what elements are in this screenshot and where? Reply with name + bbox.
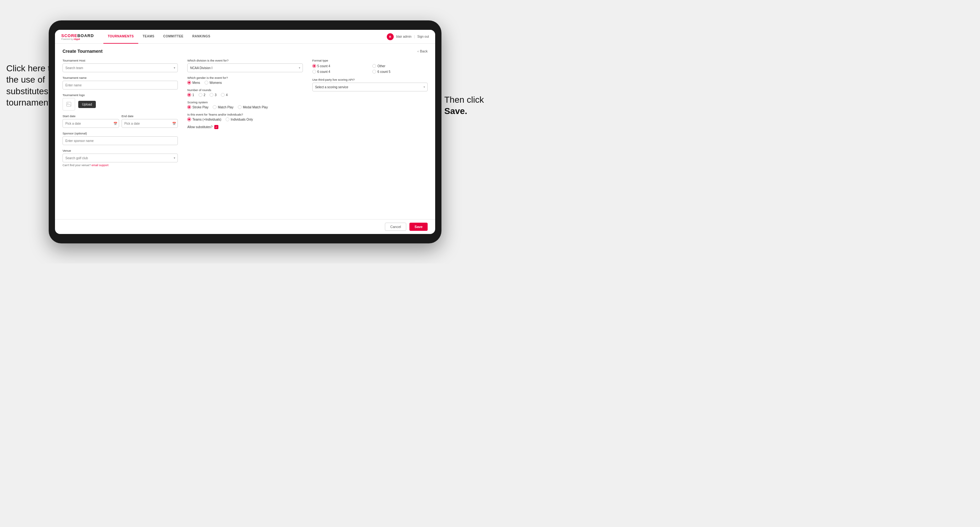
division-select[interactable]: NCAA Division I	[187, 63, 302, 72]
image-icon	[66, 102, 72, 107]
page-footer: Cancel Save	[55, 219, 435, 234]
calendar-icon-end: 📅	[172, 122, 176, 125]
email-support-link[interactable]: email support	[91, 163, 108, 167]
radio-individuals-circle	[226, 117, 229, 121]
substitutes-checkbox[interactable]: ✓	[214, 125, 218, 129]
radio-round4-circle	[221, 93, 225, 97]
substitutes-checkbox-label[interactable]: Allow substitutes? ✓	[187, 125, 302, 129]
radio-round3-circle	[210, 93, 213, 97]
avatar: B	[387, 33, 394, 40]
tournament-logo-label: Tournament logo	[62, 93, 178, 97]
round-4[interactable]: 4	[221, 93, 228, 97]
format-group: Format type 5 count 4 Other	[312, 59, 428, 73]
nav-tabs: TOURNAMENTS TEAMS COMMITTEE RANKINGS	[103, 30, 387, 44]
scoring-api-select[interactable]: Select a scoring service	[312, 83, 428, 91]
start-date-input[interactable]	[62, 119, 119, 128]
tab-teams[interactable]: TEAMS	[138, 30, 159, 44]
scoring-api-group: Use third-party live scoring API? Select…	[312, 78, 428, 91]
scoring-stroke[interactable]: Stroke Play	[187, 105, 208, 109]
gender-mens[interactable]: Mens	[187, 81, 200, 84]
svg-rect-2	[67, 102, 71, 106]
venue-group: Venue ▾ Can't find your venue? email sup…	[62, 149, 178, 167]
end-date-input[interactable]	[122, 119, 178, 128]
rounds-group: Number of rounds 1 2	[187, 88, 302, 97]
start-date-label: Start date	[62, 114, 119, 118]
format-5count4[interactable]: 5 count 4	[312, 64, 368, 68]
page-header: Create Tournament ‹ Back	[62, 49, 428, 54]
round-2[interactable]: 2	[199, 93, 205, 97]
sign-out-link[interactable]: Sign out	[417, 35, 429, 38]
nav-user: B blair admin | Sign out	[387, 33, 429, 40]
form-section-left: Tournament Host ▾ Tournament name Tourna…	[62, 59, 178, 171]
radio-stroke-circle	[187, 105, 191, 109]
event-teams[interactable]: Teams (+Individuals)	[187, 117, 221, 121]
end-date-group: End date 📅	[122, 114, 178, 128]
form-section-mid: Which division is the event for? NCAA Di…	[187, 59, 302, 171]
radio-6count4-circle	[312, 70, 316, 73]
sponsor-input[interactable]	[62, 136, 178, 145]
gender-radio-group: Mens Womens	[187, 81, 302, 84]
division-label: Which division is the event for?	[187, 59, 302, 62]
nav-logo: SCOREBOARD Powered by clippd	[61, 33, 94, 40]
page-title: Create Tournament	[62, 49, 102, 54]
substitutes-label: Allow substitutes?	[187, 125, 212, 129]
radio-womens-circle	[205, 81, 208, 84]
svg-point-3	[68, 103, 68, 104]
radio-round1-circle	[187, 93, 191, 97]
format-6count4[interactable]: 6 count 4	[312, 70, 368, 73]
scoring-radio-group: Stroke Play Match Play Medal Match Play	[187, 105, 302, 109]
format-label: Format type	[312, 59, 428, 62]
tab-tournaments[interactable]: TOURNAMENTS	[103, 30, 138, 44]
sponsor-group: Sponsor (optional)	[62, 132, 178, 145]
rounds-label: Number of rounds	[187, 88, 302, 92]
substitutes-group: Allow substitutes? ✓	[187, 125, 302, 129]
event-type-label: Is this event for Teams and/or Individua…	[187, 113, 302, 116]
gender-group: Which gender is the event for? Mens Wome…	[187, 76, 302, 84]
radio-6count5-circle	[372, 70, 376, 73]
round-3[interactable]: 3	[210, 93, 216, 97]
round-1[interactable]: 1	[187, 93, 194, 97]
radio-other-circle	[372, 64, 376, 68]
nav-bar: SCOREBOARD Powered by clippd TOURNAMENTS…	[55, 30, 435, 44]
user-name: blair admin	[396, 35, 412, 38]
tab-rankings[interactable]: RANKINGS	[188, 30, 215, 44]
sponsor-label: Sponsor (optional)	[62, 132, 178, 135]
venue-input[interactable]	[62, 154, 178, 162]
tournament-logo-group: Tournament logo Upload	[62, 93, 178, 111]
event-individuals[interactable]: Individuals Only	[226, 117, 253, 121]
format-other[interactable]: Other	[372, 64, 428, 68]
gender-womens[interactable]: Womens	[205, 81, 222, 84]
event-type-group: Is this event for Teams and/or Individua…	[187, 113, 302, 121]
tab-committee[interactable]: COMMITTEE	[159, 30, 188, 44]
page-content: Create Tournament ‹ Back Tournament Host…	[55, 44, 435, 219]
scoring-api-label: Use third-party live scoring API?	[312, 78, 428, 81]
logo-preview	[62, 98, 75, 111]
scoring-match[interactable]: Match Play	[213, 105, 233, 109]
cancel-button[interactable]: Cancel	[385, 223, 406, 231]
scoring-group: Scoring system Stroke Play Match Play	[187, 100, 302, 109]
radio-round2-circle	[199, 93, 202, 97]
tournament-host-input[interactable]	[62, 63, 178, 72]
radio-mens-circle	[187, 81, 191, 84]
tournament-host-group: Tournament Host ▾	[62, 59, 178, 72]
radio-match-circle	[213, 105, 216, 109]
format-6count5[interactable]: 6 count 5	[372, 70, 428, 73]
save-button[interactable]: Save	[409, 223, 428, 231]
end-date-label: End date	[122, 114, 178, 118]
radio-5count4-circle	[312, 64, 316, 68]
back-link[interactable]: ‹ Back	[418, 49, 428, 53]
form-grid: Tournament Host ▾ Tournament name Tourna…	[62, 59, 428, 171]
rounds-radio-group: 1 2 3 4	[187, 93, 302, 97]
date-row: Start date 📅 End date 📅	[62, 114, 178, 128]
scoring-medal[interactable]: Medal Match Play	[238, 105, 268, 109]
annotation-right: Then click Save.	[444, 94, 484, 117]
form-section-right: Format type 5 count 4 Other	[312, 59, 428, 171]
upload-button[interactable]: Upload	[78, 101, 96, 108]
tournament-name-label: Tournament name	[62, 76, 178, 79]
tournament-name-group: Tournament name	[62, 76, 178, 89]
tablet-screen: SCOREBOARD Powered by clippd TOURNAMENTS…	[55, 30, 435, 234]
event-type-radio-group: Teams (+Individuals) Individuals Only	[187, 117, 302, 121]
venue-label: Venue	[62, 149, 178, 152]
division-group: Which division is the event for? NCAA Di…	[187, 59, 302, 72]
tournament-name-input[interactable]	[62, 81, 178, 89]
